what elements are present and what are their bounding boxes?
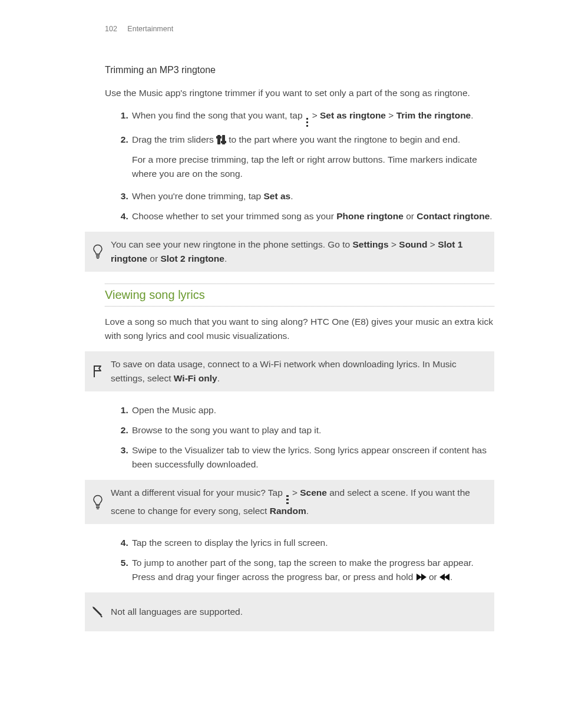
tip-callout-ringtone: You can see your new ringtone in the pho… — [85, 232, 494, 272]
overflow-menu-icon — [286, 495, 289, 505]
trim-step-1: When you find the song that you want, ta… — [131, 108, 494, 127]
trim-step-2-note: For a more precise trimming, tap the lef… — [132, 153, 494, 181]
lyrics-steps-b: Tap the screen to display the lyrics in … — [105, 536, 494, 584]
note-callout-languages: Not all languages are supported. — [85, 592, 494, 631]
rewind-icon — [440, 574, 449, 581]
trim-steps: When you find the song that you want, ta… — [105, 108, 494, 223]
svg-rect-5 — [97, 508, 99, 509]
flag-icon — [85, 364, 111, 378]
trim-step-4: Choose whether to set your trimmed song … — [131, 209, 494, 223]
svg-rect-0 — [96, 255, 100, 256]
trim-step-3: When you're done trimming, tap Set as. — [131, 189, 494, 203]
pen-icon — [85, 604, 111, 620]
lyrics-step-4: Tap the screen to display the lyrics in … — [131, 536, 494, 550]
trim-step-2: Drag the trim sliders to the part where … — [131, 133, 494, 181]
lyrics-intro: Love a song so much that you want to sin… — [105, 315, 494, 343]
lyrics-step-2: Browse to the song you want to play and … — [131, 423, 494, 437]
lyrics-heading: Viewing song lyrics — [105, 284, 494, 307]
fast-forward-icon — [416, 574, 426, 581]
flag-callout-wifi: To save on data usage, connect to a Wi-F… — [85, 351, 494, 391]
lyrics-step-3: Swipe to the Visualizer tab to view the … — [131, 443, 494, 472]
running-header: 102 Entertainment — [105, 24, 494, 35]
page-number: 102 — [105, 25, 117, 33]
lyrics-step-1: Open the Music app. — [131, 403, 494, 417]
manual-page: 102 Entertainment Trimming an MP3 ringto… — [0, 0, 562, 678]
trim-sliders-icon — [217, 135, 225, 144]
lightbulb-icon — [85, 244, 111, 259]
lightbulb-icon — [85, 495, 111, 510]
trim-intro: Use the Music app's ringtone trimmer if … — [105, 86, 494, 100]
tip-callout-scene: Want a different visual for your music? … — [85, 480, 494, 524]
body-column: Trimming an MP3 ringtone Use the Music a… — [105, 63, 494, 631]
svg-rect-4 — [96, 507, 100, 508]
lyrics-step-5: To jump to another part of the song, tap… — [131, 556, 494, 584]
trim-heading: Trimming an MP3 ringtone — [105, 63, 494, 78]
svg-rect-2 — [97, 258, 99, 259]
note-text: Not all languages are supported. — [111, 605, 486, 619]
overflow-menu-icon — [306, 118, 309, 127]
svg-rect-3 — [96, 505, 100, 506]
section-name: Entertainment — [127, 25, 173, 33]
svg-rect-1 — [96, 256, 100, 258]
lyrics-steps-a: Open the Music app. Browse to the song y… — [105, 403, 494, 472]
